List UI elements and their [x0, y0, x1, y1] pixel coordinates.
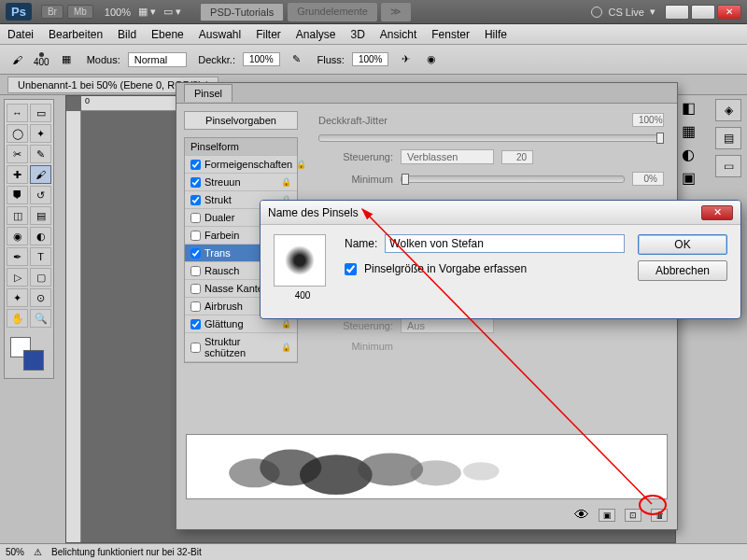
- workspace-tab-active[interactable]: PSD-Tutorials: [200, 3, 284, 21]
- chk-nasse[interactable]: [190, 284, 201, 294]
- brush-presets-button[interactable]: Pinselvorgaben: [184, 111, 298, 130]
- bridge-button[interactable]: Br: [41, 5, 63, 19]
- eyedropper-tool[interactable]: ✎: [30, 145, 51, 163]
- minimum-slider[interactable]: [401, 175, 625, 183]
- brush-opt-formeigenschaften[interactable]: Formeigenschaften🔒: [185, 156, 297, 174]
- menu-auswahl[interactable]: Auswahl: [199, 28, 241, 41]
- minimize-button[interactable]: —: [665, 5, 689, 20]
- new-brush-button[interactable]: ▣: [599, 509, 615, 522]
- status-icon: ⚠: [34, 547, 42, 557]
- 3d-tool[interactable]: ✦: [7, 288, 28, 307]
- move-tool[interactable]: ↔: [7, 104, 28, 122]
- workspace-tab-grund[interactable]: Grundelemente: [288, 3, 377, 21]
- chk-glaettung[interactable]: [190, 319, 201, 329]
- eraser-tool[interactable]: ◫: [7, 206, 28, 225]
- menu-hilfe[interactable]: Hilfe: [485, 28, 507, 41]
- wand-tool[interactable]: ✦: [30, 124, 51, 143]
- brush-opt-pinselform[interactable]: Pinselform: [185, 138, 297, 156]
- blur-tool[interactable]: ◉: [7, 227, 28, 245]
- view-extras-icon[interactable]: ▭ ▾: [163, 6, 181, 18]
- color-panel-icon[interactable]: ◧: [682, 99, 710, 117]
- dialog-close-button[interactable]: ✕: [701, 205, 733, 220]
- brush-panel-tab[interactable]: Pinsel: [184, 84, 233, 102]
- pressure-size-icon[interactable]: ◉: [422, 50, 441, 69]
- chk-struktur[interactable]: [190, 195, 201, 205]
- menu-fenster[interactable]: Fenster: [431, 28, 470, 41]
- background-color[interactable]: [23, 350, 44, 371]
- blend-mode-select[interactable]: Normal: [128, 52, 187, 67]
- history-brush-tool[interactable]: ↺: [30, 186, 51, 204]
- channels-panel-icon[interactable]: ▤: [715, 127, 741, 149]
- capture-size-checkbox[interactable]: [345, 263, 357, 275]
- minibridge-button[interactable]: Mb: [67, 5, 93, 19]
- brush-opt-schuetzen[interactable]: Struktur schützen🔒: [185, 333, 297, 362]
- airbrush-icon[interactable]: ✈: [396, 50, 415, 69]
- menu-ansicht[interactable]: Ansicht: [380, 28, 416, 41]
- pressure-opacity-icon[interactable]: ✎: [288, 50, 306, 69]
- steuerung3-label: Steuerung:: [318, 320, 393, 331]
- toggle-preview-icon[interactable]: 👁: [574, 507, 589, 524]
- jitter-value[interactable]: 100%: [632, 113, 664, 127]
- screen-mode-icon[interactable]: ▦ ▾: [138, 6, 156, 18]
- menu-bild[interactable]: Bild: [118, 28, 136, 41]
- brush-name-input[interactable]: [385, 234, 625, 253]
- chk-airbrush[interactable]: [190, 301, 201, 312]
- chk-streuung[interactable]: [190, 177, 201, 188]
- minimum-value[interactable]: 0%: [632, 172, 664, 186]
- masks-panel-icon[interactable]: ▣: [682, 169, 710, 187]
- steuerung-select[interactable]: Verblassen: [401, 149, 494, 164]
- zoom-level[interactable]: 50%: [6, 547, 24, 557]
- create-brush-button[interactable]: ⊡: [625, 509, 641, 522]
- lasso-tool[interactable]: ◯: [7, 124, 28, 143]
- chk-schuetzen[interactable]: [190, 343, 201, 353]
- type-tool[interactable]: T: [30, 247, 51, 266]
- hand-tool[interactable]: ✋: [7, 309, 28, 328]
- brush-opt-streuung[interactable]: Streuun🔒: [185, 174, 297, 191]
- stamp-tool[interactable]: ⛊: [7, 186, 28, 204]
- chk-dualer[interactable]: [190, 213, 201, 223]
- dodge-tool[interactable]: ◐: [30, 227, 51, 245]
- brush-panel-toggle-icon[interactable]: ▦: [57, 50, 76, 69]
- marquee-tool[interactable]: ▭: [30, 104, 51, 122]
- lock-icon: 🔒: [281, 343, 291, 352]
- chk-farbein[interactable]: [190, 231, 201, 241]
- dialog-titlebar[interactable]: Name des Pinsels ✕: [261, 201, 740, 225]
- steuerung-count[interactable]: 20: [501, 150, 533, 164]
- cancel-button[interactable]: Abbrechen: [638, 260, 727, 281]
- zoom-tool[interactable]: 🔍: [30, 309, 51, 328]
- brush-preset-picker[interactable]: 400: [34, 52, 49, 67]
- layers-panel-icon[interactable]: ◈: [715, 99, 741, 121]
- menu-3d[interactable]: 3D: [351, 28, 365, 41]
- gradient-tool[interactable]: ▤: [30, 206, 51, 225]
- zoom-menu[interactable]: 100%: [105, 7, 131, 18]
- brush-tool[interactable]: 🖌: [30, 165, 51, 184]
- cs-live[interactable]: CS Live ▾: [591, 6, 655, 18]
- ok-button[interactable]: OK: [638, 234, 727, 255]
- workspace-more[interactable]: ≫: [381, 3, 411, 21]
- chk-transfer[interactable]: [190, 248, 201, 259]
- jitter-slider[interactable]: [318, 134, 664, 142]
- swatches-panel-icon[interactable]: ▦: [682, 122, 710, 140]
- path-tool[interactable]: ▷: [7, 268, 28, 287]
- heal-tool[interactable]: ✚: [7, 165, 28, 184]
- flow-input[interactable]: 100%: [352, 52, 389, 66]
- chk-rauschen[interactable]: [190, 266, 201, 276]
- crop-tool[interactable]: ✂: [7, 145, 28, 163]
- adjustments-panel-icon[interactable]: ◐: [682, 146, 710, 163]
- chk-formeigenschaften[interactable]: [190, 160, 201, 170]
- color-swatches[interactable]: [7, 333, 51, 374]
- menu-datei[interactable]: Datei: [7, 28, 34, 41]
- menu-ebene[interactable]: Ebene: [151, 28, 184, 41]
- pen-tool[interactable]: ✒: [7, 247, 28, 266]
- brush-tool-icon[interactable]: 🖌: [7, 50, 26, 69]
- menu-bearbeiten[interactable]: Bearbeiten: [49, 28, 103, 41]
- close-button[interactable]: ✕: [717, 5, 741, 20]
- menu-analyse[interactable]: Analyse: [296, 28, 336, 41]
- maximize-button[interactable]: ☐: [691, 5, 715, 20]
- opacity-input[interactable]: 100%: [243, 52, 280, 66]
- shape-tool[interactable]: ▢: [30, 268, 51, 287]
- status-message: Belichtung funktioniert nur bei 32-Bit: [51, 547, 202, 557]
- 3d-camera-tool[interactable]: ⊙: [30, 288, 51, 307]
- menu-filter[interactable]: Filter: [256, 28, 281, 41]
- paths-panel-icon[interactable]: ▭: [715, 155, 741, 177]
